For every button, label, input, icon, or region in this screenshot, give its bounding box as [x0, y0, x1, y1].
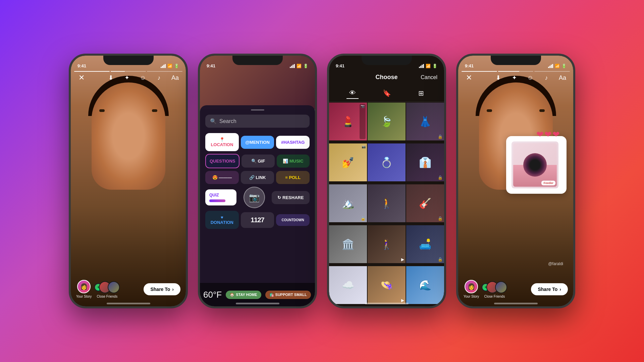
close-button-4[interactable]: ✕	[464, 72, 474, 83]
your-story-dest-1[interactable]: 👩 Your Story	[76, 280, 92, 298]
gallery-cell-13[interactable]: ☁️	[329, 266, 367, 304]
emoji-icon-1[interactable]: ☺	[138, 72, 148, 83]
product-sticker[interactable]: Feeder	[506, 136, 567, 194]
countdown-sticker[interactable]: COUNTDOWN	[276, 214, 310, 226]
wifi-icon-2: 📶	[297, 64, 302, 68]
donation-sticker[interactable]: ♥ DONATION	[205, 211, 239, 229]
signal-icon-2	[290, 64, 295, 68]
effects-icon-1[interactable]: ✦	[121, 72, 132, 83]
friend-avatar-4	[495, 281, 507, 293]
text-icon-4[interactable]: Aa	[557, 72, 568, 83]
close-friends-label-4: Close Friends	[484, 295, 505, 298]
gallery-cell-3[interactable]: 👗 🔒	[406, 103, 444, 140]
questions-sticker[interactable]: QUESTIONS	[205, 154, 239, 168]
camera-sticker[interactable]: 📷	[244, 187, 265, 208]
gallery-cell-2[interactable]: 🍃	[368, 103, 406, 140]
download-icon-1[interactable]: ⬇	[105, 72, 116, 83]
emoji-slider-sticker[interactable]: 😍 ———	[205, 171, 239, 184]
cancel-button[interactable]: Cancel	[421, 74, 437, 80]
music-icon-4[interactable]: ♪	[541, 72, 552, 83]
close-button-1[interactable]: ✕	[76, 72, 87, 83]
link-sticker[interactable]: 🔗 LINK	[241, 171, 274, 184]
gallery-cell-5[interactable]: 💍	[368, 143, 406, 181]
mention-sticker[interactable]: @MENTION	[241, 136, 274, 149]
text-icon-1[interactable]: Aa	[170, 72, 180, 83]
number-sticker[interactable]: 1127	[241, 212, 274, 228]
friend-avatar-2	[108, 281, 120, 293]
gallery-cell-9[interactable]: 🎸 🔒	[406, 184, 444, 222]
temperature: 60°F	[203, 290, 222, 300]
share-button-1[interactable]: Share To ›	[144, 283, 180, 295]
brand-label: Feeder	[541, 181, 555, 185]
trending-badge-1: 🏠 STAY HOME	[226, 291, 261, 299]
cosmetic-image: Feeder	[512, 141, 558, 188]
gif-sticker[interactable]: 🔍 GIF	[241, 155, 274, 168]
gallery-cell-12[interactable]: 🛋️ 🔒	[406, 225, 444, 263]
effects-icon-4[interactable]: ✦	[509, 72, 520, 83]
share-button-4[interactable]: Share To ›	[531, 283, 568, 295]
eye-left-4	[487, 109, 492, 112]
download-icon-4[interactable]: ⬇	[493, 72, 503, 83]
search-placeholder: Search	[219, 118, 236, 124]
sticker-row-1: 📍 LOCATION @MENTION #HASHTAG	[205, 133, 310, 151]
face-element	[92, 82, 165, 190]
gallery-cell-8[interactable]: 🚶	[368, 184, 406, 222]
close-friends-label-1: Close Friends	[97, 295, 117, 298]
gallery-cell-4[interactable]: 💅 📷	[329, 143, 367, 181]
hashtag-sticker[interactable]: #HASHTAG	[276, 136, 310, 149]
reshare-sticker[interactable]: ↻ RESHARE	[272, 191, 310, 204]
gallery-cell-10[interactable]: 🏛️	[329, 225, 367, 263]
hearts-sticker[interactable]: ❤ ❤ ❤	[536, 129, 560, 140]
close-friends-dest-1[interactable]: + Close Friends	[94, 281, 120, 298]
share-label-1: Share To	[150, 287, 170, 292]
share-arrow-1: ›	[172, 287, 174, 292]
location-sticker[interactable]: 📍 LOCATION	[205, 133, 239, 151]
gallery-tab-recent[interactable]: 👁	[346, 88, 359, 99]
status-icons-1: 📶 🔋	[161, 64, 179, 68]
wifi-icon-3: 📶	[426, 64, 431, 68]
eye-right	[152, 109, 157, 112]
share-arrow-4: ›	[559, 287, 561, 292]
story-controls-top-1: ✕ ⬇ ✦ ☺ ♪ Aa	[71, 72, 186, 83]
trending-badge-2: 🛍️ SUPPORT SMALL	[265, 291, 311, 299]
home-indicator-3	[365, 303, 409, 304]
phone-3: 9:41 📶 🔋 Choose Cancel	[327, 54, 446, 308]
quiz-sticker[interactable]: QUIZ	[205, 189, 236, 205]
gallery-cell-1[interactable]: 💄 📷	[329, 103, 367, 140]
phone-2: 9:41 📶 🔋 🔍 Search 📍	[198, 54, 317, 308]
music-icon-1[interactable]: ♪	[154, 72, 164, 83]
your-story-avatar-1: 👩	[77, 280, 91, 293]
story-progress-4	[462, 71, 570, 72]
story-destinations-1: 👩 Your Story + Close Friends	[76, 280, 120, 298]
story-bottom-1: 👩 Your Story + Close Friends Share To ›	[71, 280, 186, 298]
top-icons-row-1: ⬇ ✦ ☺ ♪ Aa	[105, 72, 180, 83]
music-sticker[interactable]: 📊 MUSIC	[277, 155, 310, 168]
home-indicator-4	[494, 303, 538, 304]
time-display-4: 9:41	[465, 63, 474, 68]
battery-icon-4: 🔋	[561, 64, 567, 68]
close-friends-avatars-1: +	[94, 281, 120, 293]
battery-icon-2: 🔋	[303, 64, 308, 68]
gallery-cell-7[interactable]: 🏔️ 🔒	[329, 184, 367, 222]
wifi-icon-4: 📶	[555, 64, 560, 68]
close-friends-dest-4[interactable]: + Close Friends	[482, 281, 507, 298]
gallery-cell-15[interactable]: 🌊	[406, 266, 444, 304]
close-friends-avatars-4: +	[482, 281, 507, 293]
gallery-cell-14[interactable]: 👒 ▶	[368, 266, 406, 304]
sticker-search-bar[interactable]: 🔍 Search	[205, 115, 310, 128]
phone-4: 9:41 📶 🔋 ✕ ⬇ ✦ ☺	[456, 54, 575, 308]
gallery-cell-6[interactable]: 👔 🔒	[406, 143, 444, 181]
trending-label-1: STAY HOME	[236, 293, 257, 297]
poll-sticker[interactable]: ≡ POLL	[276, 171, 310, 184]
gallery-tab-saved[interactable]: 🔖	[380, 88, 394, 99]
gallery-cell-11[interactable]: 🚶‍♀️ ▶	[368, 225, 406, 263]
story-controls-top-4: ✕ ⬇ ✦ ☺ ♪ Aa	[458, 72, 573, 83]
eye-right-4	[539, 109, 545, 112]
search-icon-2: 🔍	[210, 118, 217, 124]
notch-1	[103, 56, 154, 65]
compact-disc	[523, 153, 547, 177]
emoji-icon-4[interactable]: ☺	[525, 72, 536, 83]
sticker-row-3: 😍 ——— 🔗 LINK ≡ POLL	[205, 171, 310, 184]
gallery-tab-grid[interactable]: ⊞	[416, 88, 427, 99]
your-story-dest-4[interactable]: 👩 Your Story	[464, 280, 479, 298]
